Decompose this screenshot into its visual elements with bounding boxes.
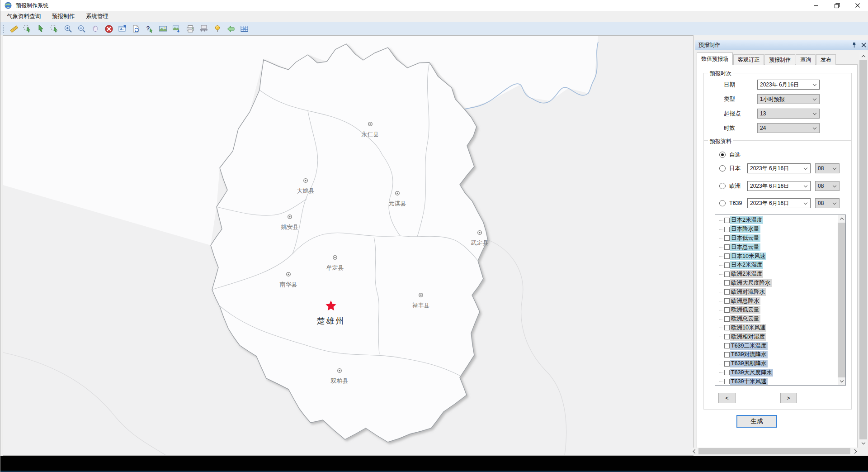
dataset-row[interactable]: T639对流降水 <box>715 350 838 359</box>
zoom-region-icon[interactable] <box>48 23 61 35</box>
dataset-checkbox[interactable] <box>724 272 730 277</box>
dataset-row[interactable]: 欧洲低云量 <box>715 305 838 315</box>
validity-select[interactable]: 24 <box>757 123 820 133</box>
panel-horizontal-scrollbar[interactable] <box>691 448 859 455</box>
maximize-restore-button[interactable] <box>826 0 847 11</box>
chart-window-icon[interactable] <box>116 23 129 35</box>
t639-hour-select[interactable]: 08 <box>815 198 840 208</box>
tab-publish[interactable]: 发布 <box>816 54 836 65</box>
dataset-checkbox[interactable] <box>724 334 730 339</box>
dataset-row[interactable]: 欧洲10米风速 <box>715 324 838 333</box>
back-arrow-icon[interactable] <box>224 23 238 35</box>
dataset-checkbox[interactable] <box>724 280 730 286</box>
dataset-row[interactable]: 欧洲对流降水 <box>715 287 838 296</box>
dataset-checkbox[interactable] <box>724 307 730 313</box>
pointer-icon[interactable] <box>34 23 48 35</box>
tab-forecast-production[interactable]: 预报制作 <box>764 54 795 65</box>
dataset-checkbox[interactable] <box>724 370 730 375</box>
dataset-row[interactable]: 欧洲总云量 <box>715 315 838 324</box>
dataset-checkbox[interactable] <box>724 352 730 358</box>
dataset-list-scrollbar[interactable] <box>838 215 845 385</box>
t639-date-select[interactable]: 2023年 6月16日 <box>747 198 811 208</box>
image-export-icon[interactable] <box>170 23 184 35</box>
dataset-row[interactable]: 日本10米风速 <box>715 252 838 261</box>
printer-icon[interactable] <box>184 23 197 35</box>
dataset-row[interactable]: 欧洲大尺度降水 <box>715 279 838 288</box>
dataset-row[interactable]: T639大尺度降水 <box>715 368 838 377</box>
location-pin-icon[interactable] <box>211 23 224 35</box>
help-pointer-icon[interactable]: ? <box>143 23 156 35</box>
dataset-row[interactable]: T639二米温度 <box>715 341 838 350</box>
pan-hand-icon[interactable] <box>89 23 102 35</box>
panel-vertical-scrollbar[interactable] <box>859 52 867 447</box>
dataset-row[interactable]: T639十米风速 <box>715 377 838 386</box>
image-icon[interactable] <box>156 23 170 35</box>
menu-item-forecast-production[interactable]: 预报制作 <box>47 11 80 21</box>
panel-scroll-left-button[interactable] <box>691 448 698 455</box>
europe-date-select[interactable]: 2023年 6月16日 <box>747 181 811 191</box>
panel-close-icon[interactable] <box>861 43 866 48</box>
dataset-checkbox[interactable] <box>724 289 730 295</box>
minimize-button[interactable] <box>806 0 826 11</box>
panel-scroll-down-button[interactable] <box>859 439 867 447</box>
europe-source-radio[interactable] <box>719 183 726 189</box>
dataset-row[interactable]: 日本2米温度 <box>715 216 838 225</box>
dataset-checkbox[interactable] <box>724 253 730 259</box>
menu-item-weather-data-query[interactable]: 气象资料查询 <box>2 11 46 21</box>
start-hour-select[interactable]: 13 <box>757 109 820 119</box>
generate-button[interactable]: 生成 <box>736 415 777 428</box>
scroll-up-button[interactable] <box>838 215 845 223</box>
map-grid-icon[interactable] <box>238 23 251 35</box>
print-setup-icon[interactable] <box>197 23 211 35</box>
dataset-checkbox[interactable] <box>724 379 730 384</box>
dataset-checkbox[interactable] <box>724 244 730 250</box>
dataset-row[interactable]: 日本总云量 <box>715 243 838 252</box>
stop-icon[interactable] <box>102 23 116 35</box>
zoom-in-icon[interactable] <box>61 23 75 35</box>
map-svg[interactable]: 永仁县大姚县元谋县姚安县武定县牟定县南华县禄丰县双柏县 楚雄州 <box>3 36 693 455</box>
tab-numeric-forecast-field[interactable]: 数值预报场 <box>697 52 733 65</box>
dataset-row[interactable]: 日本低云量 <box>715 234 838 243</box>
dataset-row[interactable]: 欧洲2米温度 <box>715 270 838 279</box>
dataset-row[interactable]: T639累积降水 <box>715 359 838 368</box>
dataset-tree-list[interactable]: 日本2米温度 日本降水量 日本低云量 日本总云量 <box>715 215 846 386</box>
dataset-checkbox[interactable] <box>724 343 730 348</box>
dataset-row[interactable]: 日本2米湿度 <box>715 261 838 270</box>
scroll-down-button[interactable] <box>838 377 845 385</box>
europe-hour-select[interactable]: 08 <box>815 181 840 191</box>
dataset-checkbox[interactable] <box>724 325 730 330</box>
zoom-out-icon[interactable] <box>75 23 89 35</box>
next-button[interactable]: > <box>780 393 797 403</box>
panel-scroll-up-button[interactable] <box>859 52 867 60</box>
dataset-row[interactable]: 日本降水量 <box>715 225 838 234</box>
close-button[interactable] <box>847 0 868 11</box>
dataset-checkbox[interactable] <box>724 227 730 232</box>
type-select[interactable]: 1小时预报 <box>757 94 820 104</box>
menu-item-system-management[interactable]: 系统管理 <box>81 11 113 21</box>
japan-date-select[interactable]: 2023年 6月16日 <box>747 163 811 173</box>
date-select[interactable]: 2023年 6月16日 <box>757 80 820 90</box>
custom-source-radio[interactable] <box>719 152 726 158</box>
japan-source-radio[interactable] <box>719 165 726 172</box>
dataset-checkbox[interactable] <box>724 298 730 304</box>
pin-icon[interactable] <box>852 42 857 48</box>
dataset-checkbox[interactable] <box>724 235 730 241</box>
t639-source-radio[interactable] <box>719 200 726 206</box>
dataset-checkbox[interactable] <box>724 361 730 367</box>
select-region-icon[interactable] <box>21 23 34 35</box>
dataset-checkbox[interactable] <box>724 316 730 322</box>
dataset-row[interactable]: 欧洲相对湿度 <box>715 332 838 341</box>
toolbar-drag-handle[interactable] <box>3 25 4 33</box>
panel-scroll-right-button[interactable] <box>852 448 859 455</box>
refresh-document-icon[interactable] <box>129 23 143 35</box>
tab-objective-correction[interactable]: 客观订正 <box>733 54 764 65</box>
previous-button[interactable]: < <box>718 393 736 403</box>
map-area[interactable]: 永仁县大姚县元谋县姚安县武定县牟定县南华县禄丰县双柏县 楚雄州 <box>3 35 693 456</box>
japan-hour-select[interactable]: 08 <box>815 163 840 173</box>
horizontal-scroll-thumb[interactable] <box>698 448 850 454</box>
dataset-checkbox[interactable] <box>724 218 730 223</box>
dataset-row[interactable]: 欧洲总降水 <box>715 296 838 305</box>
tab-query[interactable]: 查询 <box>796 54 816 65</box>
dataset-checkbox[interactable] <box>724 262 730 268</box>
measure-ruler-icon[interactable] <box>7 23 21 35</box>
